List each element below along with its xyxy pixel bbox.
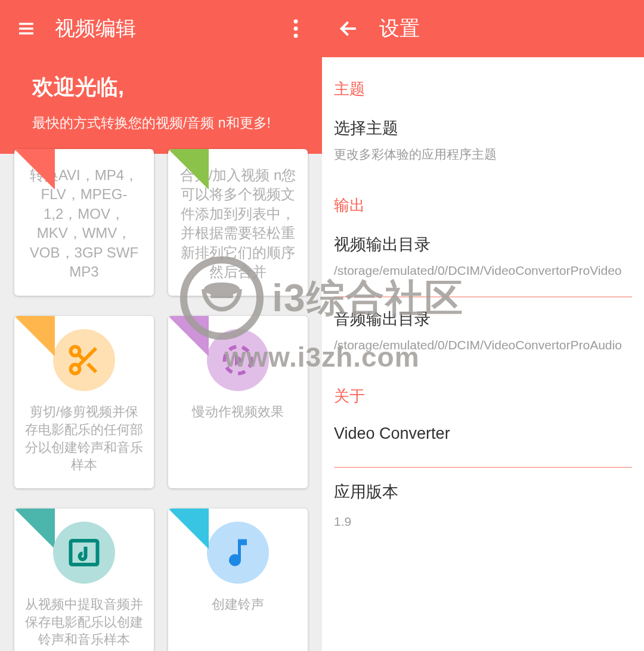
card-convert[interactable]: 转换AVI，MP4，FLV，MPEG-1,2，MOV，MKV，WMV，VOB，3…: [14, 149, 154, 296]
feature-grid: 转换AVI，MP4，FLV，MPEG-1,2，MOV，MKV，WMV，VOB，3…: [0, 149, 322, 651]
row-select-theme[interactable]: 选择主题 更改多彩体验的应用程序主题: [334, 102, 632, 173]
card-text: 创建铃声: [212, 596, 264, 613]
appbar-left: 视频编辑: [0, 0, 322, 57]
screen-settings: 设置 主题 选择主题 更改多彩体验的应用程序主题 输出 视频输出目录 /stor…: [322, 0, 644, 651]
appbar-right: 设置: [322, 0, 644, 57]
row-primary: 选择主题: [334, 117, 632, 139]
svg-point-3: [294, 20, 298, 24]
svg-line-9: [88, 364, 96, 373]
row-video-output[interactable]: 视频输出目录 /storage/emulated/0/DCIM/VideoCon…: [334, 218, 632, 290]
welcome-subtitle: 最快的方式转换您的视频/音频 n和更多!: [32, 114, 290, 132]
row-secondary: /storage/emulated/0/DCIM/VideoConvertorP…: [334, 337, 632, 354]
back-icon[interactable]: [334, 14, 363, 43]
row-primary: 音频输出目录: [334, 308, 632, 330]
slowmo-icon: [207, 329, 269, 391]
section-output: 输出: [334, 195, 632, 216]
appbar-title: 视频编辑: [55, 15, 136, 42]
screen-video-editor: 视频编辑 欢迎光临, 最快的方式转换您的视频/音频 n和更多! 转换AVI，MP…: [0, 0, 322, 651]
card-merge[interactable]: 合并/加入视频 n您可以将多个视频文件添加到列表中，并根据需要轻松重新排列它们的…: [168, 149, 308, 296]
section-theme: 主题: [334, 79, 632, 100]
card-text: 慢动作视频效果: [192, 403, 284, 421]
music-note-icon: [207, 522, 269, 584]
row-app-version: 应用版本 1.9: [334, 468, 632, 541]
svg-marker-12: [235, 354, 244, 366]
scissors-icon: [53, 329, 115, 391]
row-secondary: /storage/emulated/0/DCIM/VideoConvertorP…: [334, 262, 632, 279]
row-app-name[interactable]: Video Converter: [334, 409, 632, 461]
more-icon[interactable]: [281, 14, 310, 43]
row-primary: Video Converter: [334, 424, 632, 443]
settings-title: 设置: [379, 15, 420, 42]
svg-point-4: [294, 27, 298, 31]
card-ringtone[interactable]: 创建铃声: [168, 509, 308, 651]
svg-point-5: [294, 34, 298, 38]
row-audio-output[interactable]: 音频输出目录 /storage/emulated/0/DCIM/VideoCon…: [334, 297, 632, 364]
card-text: 剪切/修剪视频并保存电影配乐的任何部分以创建铃声和音乐样本: [25, 403, 143, 474]
row-primary: 视频输出目录: [334, 234, 632, 255]
card-extract-audio[interactable]: 从视频中提取音频并保存电影配乐以创建铃声和音乐样本: [14, 509, 154, 651]
welcome-banner: 欢迎光临, 最快的方式转换您的视频/音频 n和更多!: [0, 57, 322, 154]
settings-list: 主题 选择主题 更改多彩体验的应用程序主题 输出 视频输出目录 /storage…: [322, 79, 644, 541]
extract-audio-icon: [53, 522, 115, 584]
welcome-title: 欢迎光临,: [32, 73, 290, 102]
card-trim[interactable]: 剪切/修剪视频并保存电影配乐的任何部分以创建铃声和音乐样本: [14, 316, 154, 488]
row-primary: 应用版本: [334, 481, 632, 503]
svg-line-10: [78, 355, 84, 361]
menu-icon[interactable]: [12, 14, 41, 43]
row-secondary: 更改多彩体验的应用程序主题: [334, 146, 632, 163]
card-text: 从视频中提取音频并保存电影配乐以创建铃声和音乐样本: [25, 596, 143, 649]
row-secondary: 1.9: [334, 513, 632, 530]
section-about: 关于: [334, 386, 632, 407]
card-slowmo[interactable]: 慢动作视频效果: [168, 316, 308, 488]
